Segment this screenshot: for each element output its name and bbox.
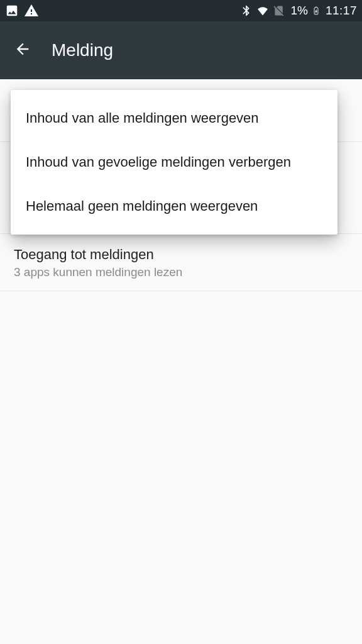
notification-access-row[interactable]: Toegang tot meldingen 3 apps kunnen meld…: [0, 234, 362, 291]
page-title: Melding: [52, 40, 113, 60]
obscured-row: [0, 79, 362, 142]
back-icon[interactable]: [14, 40, 31, 60]
status-right: 1% 11:17: [240, 4, 357, 18]
clock: 11:17: [326, 4, 357, 18]
battery-percentage: 1%: [290, 4, 307, 18]
status-left: [5, 3, 39, 18]
bluetooth-icon: [240, 4, 253, 18]
row-title: Toegang tot meldingen: [14, 247, 348, 263]
wifi-icon: [255, 4, 270, 17]
app-bar: Melding: [0, 21, 362, 79]
no-sim-icon: [273, 4, 285, 18]
status-bar: 1% 11:17: [0, 0, 362, 21]
obscured-row: [0, 142, 362, 234]
battery-charging-icon: [312, 4, 321, 18]
content-area: Toegang tot meldingen 3 apps kunnen meld…: [0, 79, 362, 644]
image-icon: [5, 4, 19, 18]
warning-icon: [24, 3, 39, 18]
row-subtitle: 3 apps kunnen meldingen lezen: [14, 265, 348, 279]
